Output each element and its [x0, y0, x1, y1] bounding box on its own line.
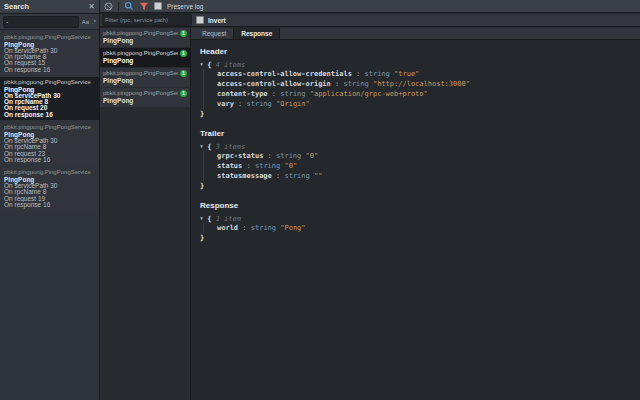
json-entry: vary : string "Origin": [217, 99, 640, 109]
collapse-arrow-icon[interactable]: ▼: [200, 61, 203, 67]
json-entry: statusmessage : string "": [217, 171, 640, 181]
call-item[interactable]: pbkit.pingpong.PingPongService 1 PingPon…: [100, 88, 190, 107]
search-result-selected[interactable]: pbkit.pingpong.PingPongService PingPong …: [0, 77, 99, 120]
result-detail: On response 16: [4, 67, 95, 73]
call-method: PingPong: [103, 97, 187, 105]
count-badge: 1: [180, 90, 187, 97]
search-results: pbkit.pingpong.PingPongService PingPong …: [0, 30, 99, 211]
call-service: pbkit.pingpong.PingPongService: [103, 50, 178, 57]
search-result[interactable]: pbkit.pingpong.PingPongService PingPong …: [0, 32, 99, 75]
tab-request[interactable]: Request: [195, 28, 233, 39]
result-service: pbkit.pingpong.PingPongService: [4, 34, 95, 41]
json-entry: grpc-status : string "0": [217, 151, 640, 161]
result-detail: On response 16: [4, 157, 95, 163]
preserve-log-checkbox[interactable]: [154, 2, 162, 10]
item-count: 1 item: [216, 215, 241, 223]
json-entry: status : string "0": [217, 161, 640, 171]
item-count: 3 items: [216, 143, 246, 151]
call-method: PingPong: [103, 77, 187, 85]
result-service: pbkit.pingpong.PingPongService: [4, 124, 95, 131]
section-trailer: Trailer ▼ { 3 items grpc-status : string…: [200, 129, 640, 191]
call-list: pbkit.pingpong.PingPongService 1 PingPon…: [100, 28, 191, 400]
call-method: PingPong: [103, 57, 187, 65]
section-title: Header: [200, 47, 640, 57]
search-panel-title: Search: [4, 2, 88, 11]
count-badge: 1: [180, 30, 187, 37]
call-item[interactable]: pbkit.pingpong.PingPongService 1 PingPon…: [100, 28, 190, 47]
json-entry: access-control-allow-origin : string "ht…: [217, 79, 640, 89]
search-panel-header: Search ✕: [0, 0, 99, 14]
result-method: PingPong: [4, 41, 95, 48]
filter-bar: Invert: [100, 14, 640, 27]
invert-checkbox[interactable]: [196, 16, 204, 24]
section-response: Response ▼ { 1 item world : string "Pong…: [200, 201, 640, 243]
preserve-log-label: Preserve log: [167, 3, 204, 10]
json-entry: access-control-allow-credentials : strin…: [217, 69, 640, 79]
filter-icon[interactable]: [139, 2, 149, 11]
collapse-arrow-icon[interactable]: ▼: [200, 215, 203, 221]
result-method: PingPong: [4, 176, 95, 183]
search-result[interactable]: pbkit.pingpong.PingPongService PingPong …: [0, 167, 99, 210]
search-bar: Aa .*: [0, 14, 99, 30]
search-icon[interactable]: [124, 1, 134, 11]
section-header: Header ▼ { 4 items access-control-allow-…: [200, 47, 640, 119]
section-title: Trailer: [200, 129, 640, 139]
regex-button[interactable]: .*: [92, 17, 96, 27]
search-input[interactable]: [3, 16, 79, 28]
item-count: 4 items: [216, 61, 246, 69]
search-panel: Search ✕ Aa .* pbkit.pingpong.PingPongSe…: [0, 0, 100, 400]
json-entry: content-type : string "application/grpc-…: [217, 89, 640, 99]
call-item[interactable]: pbkit.pingpong.PingPongService 1 PingPon…: [100, 68, 190, 87]
result-method: PingPong: [4, 131, 95, 138]
result-detail: On response 16: [4, 112, 95, 118]
toolbar-divider: [118, 2, 119, 11]
clear-log-icon[interactable]: [104, 2, 113, 11]
count-badge: 1: [180, 50, 187, 57]
call-method: PingPong: [103, 37, 187, 45]
detail-content: Header ▼ { 4 items access-control-allow-…: [191, 41, 640, 400]
tab-response[interactable]: Response: [233, 28, 280, 39]
result-method: PingPong: [4, 86, 95, 93]
call-service: pbkit.pingpong.PingPongService: [103, 70, 178, 77]
main-toolbar: Preserve log: [100, 0, 640, 13]
invert-label: Invert: [208, 17, 226, 24]
result-detail: On response 16: [4, 202, 95, 208]
detail-tabs: Request Response: [191, 28, 640, 40]
call-service: pbkit.pingpong.PingPongService: [103, 90, 178, 97]
call-service: pbkit.pingpong.PingPongService: [103, 30, 178, 37]
json-entry: world : string "Pong": [217, 223, 640, 233]
close-icon[interactable]: ✕: [88, 3, 95, 11]
count-badge: 1: [180, 70, 187, 77]
section-title: Response: [200, 201, 640, 211]
match-case-button[interactable]: Aa: [82, 17, 89, 27]
filter-input[interactable]: [102, 14, 192, 26]
search-result[interactable]: pbkit.pingpong.PingPongService PingPong …: [0, 122, 99, 165]
collapse-arrow-icon[interactable]: ▼: [200, 143, 203, 149]
grpc-web-devtools-panel: Search ✕ Aa .* pbkit.pingpong.PingPongSe…: [0, 0, 640, 400]
result-service: pbkit.pingpong.PingPongService: [4, 79, 95, 86]
call-item-selected[interactable]: pbkit.pingpong.PingPongService 1 PingPon…: [100, 48, 190, 67]
result-service: pbkit.pingpong.PingPongService: [4, 169, 95, 176]
